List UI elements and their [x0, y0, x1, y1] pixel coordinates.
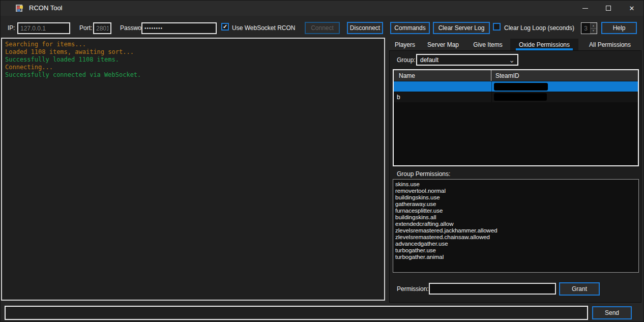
disconnect-button[interactable]: Disconnect — [347, 22, 383, 34]
command-input[interactable] — [5, 306, 588, 320]
log-line: Successfully loaded 1108 items. — [5, 56, 381, 64]
group-selected-value: default — [417, 56, 506, 64]
ip-input[interactable] — [17, 22, 70, 34]
column-divider — [491, 81, 492, 92]
column-header-steamid[interactable]: SteamID — [491, 70, 638, 81]
permission-item[interactable]: furnacesplitter.use — [395, 208, 636, 214]
permission-item[interactable]: buildingskins.use — [395, 194, 636, 201]
websocket-checkbox-label: Use WebSocket RCON — [232, 24, 295, 32]
close-icon: ✕ — [629, 5, 635, 12]
permission-item[interactable]: buildingskins.all — [395, 214, 636, 221]
window-title: RCON Tool — [29, 1, 63, 16]
tab-label: Players — [395, 41, 415, 48]
cell-name: b — [394, 94, 491, 101]
grant-button[interactable]: Grant — [559, 282, 600, 296]
websocket-checkbox[interactable]: ✓ — [221, 23, 229, 31]
permission-item[interactable]: skins.use — [395, 181, 636, 188]
port-input[interactable] — [93, 22, 111, 34]
tab-oxide-permissions[interactable]: Oxide Permissions — [510, 39, 578, 50]
ip-label: IP: — [8, 24, 15, 32]
permission-item[interactable]: turbogather.animal — [395, 254, 636, 260]
permission-item[interactable]: gatheraway.use — [395, 201, 636, 208]
column-header-name[interactable]: Name — [394, 70, 491, 81]
maximize-button[interactable] — [597, 1, 620, 16]
connect-button[interactable]: Connect — [305, 22, 340, 34]
log-line: Searching for items... — [5, 41, 381, 48]
permission-item[interactable]: zlevelsremastered.jackhammer.allowed — [395, 227, 636, 234]
tab-label: All Permissions — [589, 41, 631, 48]
clear-log-loop-label: Clear Log Loop (seconds) — [504, 24, 574, 32]
column-divider — [491, 92, 492, 102]
title-bar: RCON Tool ✕ — [1, 1, 643, 16]
table-header: Name SteamID — [394, 70, 638, 81]
right-tab-strip: Players Server Map Give Items Oxide Perm… — [389, 39, 641, 50]
loop-seconds-stepper[interactable]: 3 ▲ ▼ — [581, 22, 597, 34]
oxide-permissions-panel: Group: default ⌄ Name SteamID b Group Pe… — [389, 50, 641, 303]
steamid-redaction-box — [494, 93, 547, 101]
permission-item[interactable]: advancedgather.use — [395, 241, 636, 247]
group-permissions-list[interactable]: skins.use removertool.normal buildingski… — [393, 179, 639, 273]
tab-server-map[interactable]: Server Map — [421, 39, 465, 50]
minimize-icon — [582, 8, 588, 9]
stepper-down-icon[interactable]: ▼ — [590, 28, 597, 34]
check-icon: ✓ — [223, 24, 227, 30]
table-row[interactable]: b — [394, 92, 638, 103]
clear-server-log-button[interactable]: Clear Server Log — [433, 22, 490, 34]
log-line: Loaded 1108 items, awaiting sort... — [5, 48, 381, 56]
clear-log-loop-checkbox[interactable] — [493, 23, 501, 31]
tab-label: Give Items — [473, 41, 502, 48]
permission-item[interactable]: turbogather.use — [395, 247, 636, 254]
tab-label: Server Map — [427, 41, 459, 48]
group-select[interactable]: default ⌄ — [416, 54, 518, 66]
rcon-tool-window: RCON Tool ✕ IP: Port: Password: ✓ Use We… — [0, 0, 644, 322]
loop-seconds-value: 3 — [581, 23, 590, 34]
permission-item[interactable]: removertool.normal — [395, 188, 636, 194]
send-button[interactable]: Send — [592, 306, 632, 319]
stepper-up-icon[interactable]: ▲ — [590, 23, 597, 28]
steamid-redaction-box — [494, 83, 548, 91]
tab-give-items[interactable]: Give Items — [465, 39, 510, 50]
chevron-down-icon: ⌄ — [506, 56, 517, 64]
permission-input[interactable] — [429, 283, 556, 295]
help-button[interactable]: Help — [601, 22, 637, 34]
permission-item[interactable]: zlevelsremastered.chainsaw.allowed — [395, 234, 636, 241]
log-line: Connecting... — [5, 64, 381, 71]
minimize-button[interactable] — [573, 1, 597, 16]
tab-label: Oxide Permissions — [519, 41, 570, 48]
server-log-console[interactable]: Searching for items... Loaded 1108 items… — [1, 38, 385, 301]
group-label: Group: — [397, 56, 416, 64]
group-permissions-label: Group Permissions: — [397, 170, 450, 178]
app-icon — [16, 4, 24, 12]
tab-all-permissions[interactable]: All Permissions — [578, 39, 641, 50]
password-input[interactable] — [141, 22, 217, 34]
port-label: Port: — [79, 24, 92, 32]
permission-item[interactable]: extendedcrafting.allow — [395, 221, 636, 227]
maximize-icon — [606, 6, 611, 11]
table-row[interactable] — [394, 81, 638, 92]
tab-players[interactable]: Players — [389, 39, 421, 50]
players-table: Name SteamID b — [393, 69, 639, 166]
close-button[interactable]: ✕ — [620, 1, 643, 16]
commands-button[interactable]: Commands — [390, 22, 430, 34]
log-line: Successfully connected via WebSocket. — [5, 71, 381, 79]
permission-label: Permission: — [397, 285, 429, 292]
